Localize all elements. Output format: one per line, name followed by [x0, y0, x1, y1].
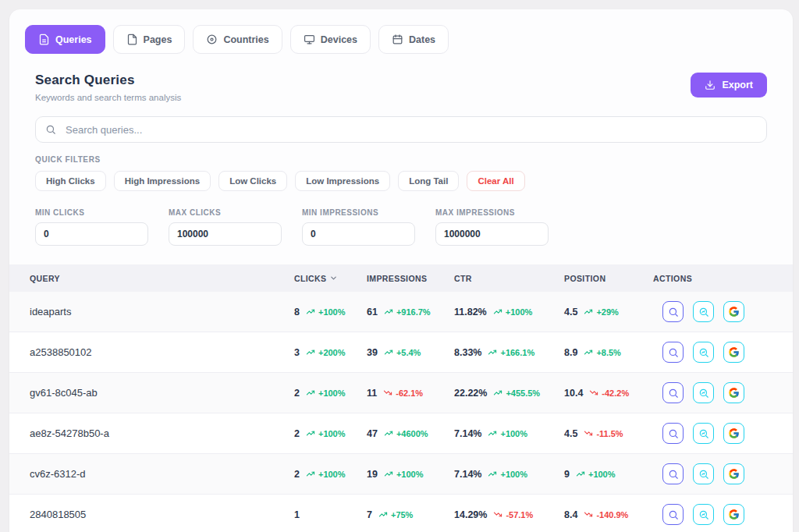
min-clicks-label: MIN CLICKS [35, 208, 148, 217]
search-query-button[interactable] [662, 342, 684, 363]
min-impressions-input[interactable] [302, 222, 415, 246]
analyze-query-button[interactable] [693, 342, 714, 363]
trend-arrow-icon [382, 388, 393, 397]
export-label: Export [722, 80, 753, 90]
filter-low-clicks[interactable]: Low Clicks [218, 171, 287, 191]
actions-cell [653, 342, 793, 363]
google-search-button[interactable] [723, 463, 744, 484]
actions-cell [653, 423, 793, 444]
position-cell: 8.4 -140.9% [564, 509, 653, 520]
column-clicks[interactable]: CLICKS [294, 274, 367, 283]
tab-queries[interactable]: Queries [25, 25, 105, 54]
trend-arrow-icon [583, 510, 594, 519]
search-query-button[interactable] [662, 382, 684, 403]
position-trend: +29% [583, 307, 618, 317]
column-impressions: IMPRESSIONS [367, 274, 454, 283]
impressions-cell: 11 -62.1% [367, 388, 454, 399]
clear-all-button[interactable]: Clear All [467, 171, 524, 191]
magnifier-icon [668, 347, 679, 358]
trend-arrow-icon [378, 510, 389, 519]
page-subtitle: Keywords and search terms analysis [35, 93, 181, 102]
tab-dates[interactable]: Dates [378, 25, 449, 54]
search-query-button[interactable] [662, 423, 684, 444]
table-row: ideaparts 8 +100% 61 +916.7% 11.82% +100… [9, 292, 793, 332]
search-query-button[interactable] [662, 463, 684, 484]
ctr-trend: -57.1% [492, 510, 533, 520]
position-cell: 10.4 -42.2% [564, 388, 653, 399]
ctr-cell: 8.33% +166.1% [454, 347, 564, 358]
google-search-button[interactable] [723, 301, 744, 322]
trend-arrow-icon [588, 388, 599, 397]
google-search-button[interactable] [723, 423, 744, 444]
analyze-query-button[interactable] [693, 463, 714, 484]
google-logo-icon [728, 346, 740, 358]
magnifier-icon [668, 307, 679, 317]
query-cell: gv61-8c045-ab [9, 387, 294, 399]
trend-arrow-icon [575, 470, 586, 478]
actions-cell [653, 504, 793, 525]
calendar-icon [392, 34, 403, 45]
download-icon [705, 80, 716, 90]
max-impressions-input[interactable] [435, 222, 549, 246]
filter-high-impressions[interactable]: High Impressions [114, 171, 211, 191]
trend-arrow-icon [492, 510, 503, 519]
table-body: ideaparts 8 +100% 61 +916.7% 11.82% +100… [9, 292, 793, 532]
analyze-query-button[interactable] [693, 382, 714, 403]
position-cell: 4.5 -11.5% [564, 428, 653, 439]
document-icon [38, 34, 50, 45]
range-filters: MIN CLICKS MAX CLICKS MIN IMPRESSIONS MA… [35, 208, 767, 246]
magnifier-icon [668, 469, 679, 480]
clicks-cell: 1 [294, 509, 367, 520]
page-header: Search Queries Keywords and search terms… [35, 73, 767, 102]
ctr-cell: 11.82% +100% [454, 307, 564, 317]
export-button[interactable]: Export [691, 73, 767, 98]
trend-arrow-icon [305, 429, 316, 438]
tab-countries[interactable]: Countries [193, 25, 282, 54]
trend-arrow-icon [583, 307, 594, 316]
quick-filters-label: QUICK FILTERS [35, 155, 767, 164]
query-cell: ae8z-54278b50-a [9, 427, 294, 439]
position-trend: +8.5% [583, 348, 621, 357]
trend-arrow-icon [305, 388, 316, 397]
tab-label: Countries [223, 34, 268, 45]
max-clicks-input[interactable] [169, 222, 282, 246]
analyze-query-button[interactable] [693, 423, 714, 444]
impressions-cell: 47 +4600% [367, 428, 454, 439]
filter-low-impressions[interactable]: Low Impressions [295, 171, 390, 191]
google-search-button[interactable] [723, 382, 744, 403]
clicks-trend: +100% [305, 470, 346, 479]
magnifier-icon [668, 428, 679, 439]
ctr-cell: 14.29% -57.1% [454, 509, 564, 520]
filter-long-tail[interactable]: Long Tail [398, 171, 459, 191]
magnifier-icon [668, 388, 679, 399]
ctr-cell: 7.14% +100% [454, 469, 564, 480]
search-bar [35, 116, 767, 143]
analyze-query-button[interactable] [693, 504, 714, 525]
trend-arrow-icon [583, 429, 594, 438]
actions-cell [653, 463, 793, 484]
sort-caret-icon [329, 274, 338, 282]
trend-arrow-icon [383, 429, 394, 438]
search-query-button[interactable] [662, 504, 684, 525]
column-position: POSITION [564, 274, 653, 283]
query-cell: ideaparts [9, 306, 294, 317]
google-search-button[interactable] [723, 342, 744, 363]
tab-devices[interactable]: Devices [290, 25, 371, 54]
table-row: gv61-8c045-ab 2 +100% 11 -62.1% 22.22% +… [9, 373, 793, 413]
filter-high-clicks[interactable]: High Clicks [35, 171, 106, 191]
table-row: a2538850102 3 +200% 39 +5.4% 8.33% +166.… [9, 332, 793, 373]
impressions-cell: 19 +100% [367, 469, 454, 480]
analyze-query-button[interactable] [693, 301, 714, 322]
tab-pages[interactable]: Pages [113, 25, 186, 54]
search-input[interactable] [35, 116, 767, 143]
google-search-button[interactable] [723, 504, 744, 525]
tab-label: Pages [144, 34, 172, 45]
table-row: ae8z-54278b50-a 2 +100% 47 +4600% 7.14% … [9, 413, 793, 454]
ctr-cell: 7.14% +100% [454, 428, 564, 439]
clicks-cell: 2 +100% [294, 388, 367, 399]
search-query-button[interactable] [662, 301, 684, 322]
trend-arrow-icon [383, 307, 394, 316]
min-clicks-input[interactable] [35, 222, 148, 246]
quick-filter-chips: High Clicks High Impressions Low Clicks … [35, 171, 767, 191]
magnifier-trend-icon [698, 509, 709, 520]
